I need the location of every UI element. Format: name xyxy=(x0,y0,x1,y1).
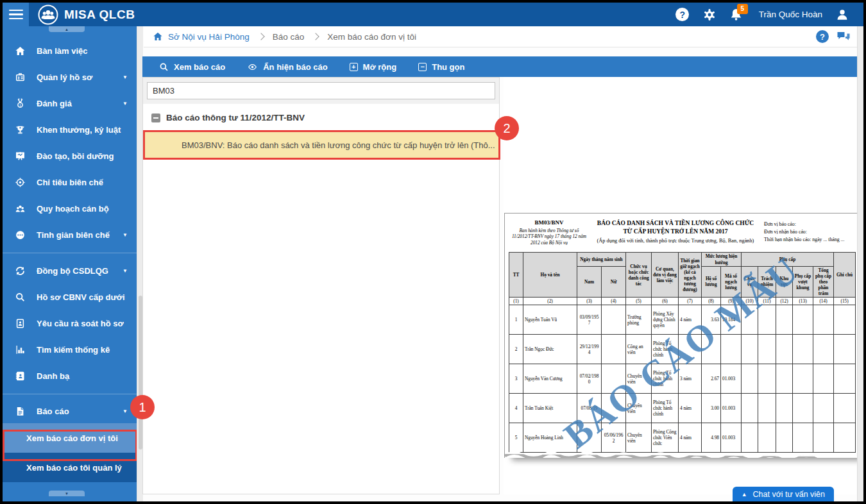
home-icon[interactable] xyxy=(153,31,163,42)
report-cell xyxy=(793,335,813,364)
app-logo[interactable]: MISA QLCB xyxy=(38,4,135,25)
report-cell xyxy=(776,364,793,394)
sidebar-item-xem-bao-cao-don-vi-toi[interactable]: Xem báo cáo đơn vị tôi xyxy=(3,423,137,453)
sidebar-item-dong-bo-csdlqg[interactable]: Đồng bộ CSDLQG ▼ xyxy=(3,258,137,284)
misa-logo-icon xyxy=(38,4,58,25)
report-cell: 4 xyxy=(509,394,523,423)
sidebar-item-xem-bao-cao-toi-quan-ly[interactable]: Xem báo cáo tôi quản lý xyxy=(3,453,137,482)
tree-group-node[interactable]: Báo cáo thông tư 11/2012/TT-BNV xyxy=(143,104,499,130)
report-cell: 01.003 xyxy=(721,423,742,453)
report-table: TT Họ và tên Ngày tháng năm sinh Chức vụ… xyxy=(509,252,856,453)
report-cell xyxy=(758,423,776,453)
sync-icon xyxy=(12,265,28,276)
sidebar-divider xyxy=(3,394,137,394)
breadcrumb-separator-icon xyxy=(257,33,264,40)
help-icon: ? xyxy=(675,8,689,21)
eye-icon xyxy=(247,62,258,72)
scroll-down-icon: ▼ xyxy=(65,492,69,496)
sidebar-scroll-down[interactable]: ▼ xyxy=(49,491,85,496)
toggle-report-visibility-button[interactable]: Ẩn hiện báo cáo xyxy=(238,56,336,77)
sidebar-item-bao-cao[interactable]: Báo cáo ▼ xyxy=(3,399,137,423)
sidebar-item-dao-tao-boi-duong[interactable]: Đào tạo, bồi dưỡng xyxy=(3,143,137,169)
report-cell xyxy=(834,423,856,453)
report-cell: Nguyễn Tuấn Vũ xyxy=(523,305,577,335)
report-cell xyxy=(602,335,626,364)
sidebar-item-yeu-cau-ra-soat[interactable]: Yêu cầu rà soát hồ sơ xyxy=(3,310,137,337)
report-col-number: (7) xyxy=(679,298,702,305)
report-cell xyxy=(834,305,856,335)
gear-icon xyxy=(702,8,717,22)
report-cell: Phòng Xây dựng Chính quyền xyxy=(652,305,679,335)
report-cell: 4 năm xyxy=(679,394,702,423)
view-report-button[interactable]: Xem báo cáo xyxy=(150,56,234,77)
report-cell: Công an viên xyxy=(626,335,652,364)
report-cell: Trưởng phòng xyxy=(626,305,652,335)
sidebar-scroll-up[interactable]: ▲ xyxy=(49,26,85,32)
report-cell xyxy=(742,335,758,364)
notification-badge: 5 xyxy=(737,4,748,14)
sidebar-item-danh-ba[interactable]: Danh bạ xyxy=(3,363,137,389)
tree-item-bm03-selected[interactable]: BM03/BNV: Báo cáo danh sách và tiền lươn… xyxy=(143,132,499,158)
report-cell: Chuyên viên xyxy=(626,423,652,453)
sidebar-item-ho-so-cbnv-cap-duoi[interactable]: Hồ sơ CBNV cấp dưới xyxy=(3,284,137,310)
sidebar-item-danh-gia[interactable]: 1 Đánh giá ▼ xyxy=(3,90,137,117)
collapse-all-button[interactable]: − Thu gọn xyxy=(409,56,473,77)
sidebar-item-khen-thuong-ky-luat[interactable]: Khen thưởng, kỷ luật xyxy=(3,117,137,143)
settings-button[interactable] xyxy=(699,5,720,24)
sidebar-item-tim-kiem-thong-ke[interactable]: Tìm kiếm thống kê xyxy=(3,337,137,363)
chat-bubbles-icon[interactable] xyxy=(836,31,851,42)
sidebar: ▲ Bàn làm việc Quản lý hồ sơ ▼ 1 Đánh xyxy=(3,26,137,501)
report-cell: Nguyễn Văn Cương xyxy=(523,364,577,394)
report-cell: 3 năm xyxy=(679,364,702,394)
sidebar-item-tinh-gian-bien-che[interactable]: Tinh giản biên chế ▼ xyxy=(3,222,137,248)
report-cell xyxy=(602,394,626,423)
app-title: MISA QLCB xyxy=(64,8,135,22)
report-col-number: (1) xyxy=(509,298,523,305)
report-cell: Phòng Tổ chức hành chính xyxy=(652,364,679,394)
hamburger-menu-button[interactable] xyxy=(3,3,29,26)
report-cell xyxy=(742,305,758,335)
chat-with-consultant-button[interactable]: ▲ Chat với tư vấn viên xyxy=(733,487,834,501)
report-col-number: (12) xyxy=(776,298,793,305)
user-menu-button[interactable] xyxy=(831,5,853,24)
report-cell xyxy=(679,335,702,364)
expand-all-button[interactable]: + Mở rộng xyxy=(341,56,406,77)
sidebar-item-ban-lam-viec[interactable]: Bàn làm việc xyxy=(3,38,137,64)
sidebar-item-quy-hoach-can-bo[interactable]: Quy hoạch cán bộ xyxy=(3,196,137,222)
report-cell xyxy=(776,305,793,335)
sidebar-item-chi-tieu-bien-che[interactable]: Chỉ tiêu biên chế xyxy=(3,169,137,196)
svg-text:1: 1 xyxy=(19,103,21,107)
report-col-number: (8) xyxy=(702,298,721,305)
report-cell: 2 xyxy=(509,335,523,364)
report-cell: 2.67 xyxy=(702,364,721,394)
user-name: Trần Quốc Hoàn xyxy=(759,10,822,19)
report-cell: Chuyên viên xyxy=(626,364,652,394)
sidebar-item-quan-ly-ho-so[interactable]: Quản lý hồ sơ ▼ xyxy=(3,64,137,90)
breadcrumb-bao-cao[interactable]: Báo cáo xyxy=(273,32,305,42)
report-cell: 05/06/1962 xyxy=(602,423,626,453)
report-cell: 3.00 xyxy=(702,394,721,423)
report-cell xyxy=(776,423,793,453)
page-scrollbar[interactable] xyxy=(857,26,863,501)
report-cell: 29/12/1994 xyxy=(577,335,602,364)
breadcrumb-current: Xem báo cáo đơn vị tôi xyxy=(327,32,416,42)
breadcrumb-root[interactable]: Sở Nội vụ Hải Phòng xyxy=(168,32,250,42)
report-cell: 1 xyxy=(509,305,523,335)
address-book-icon xyxy=(12,371,28,382)
report-cell: 07/02/1980 xyxy=(577,364,602,394)
report-cell xyxy=(813,305,834,335)
report-title-line1: BÁO CÁO DANH SÁCH VÀ TIỀN LƯƠNG CÔNG CHỨ… xyxy=(597,220,754,226)
screen: MISA QLCB ? xyxy=(0,0,866,504)
report-document-icon xyxy=(12,406,28,417)
page-help-button[interactable]: ? xyxy=(816,30,829,43)
help-button[interactable]: ? xyxy=(672,5,693,24)
report-row: 5Nguyễn Hoàng Linh05/06/1962Chuyên viênP… xyxy=(509,423,856,453)
people-group-icon xyxy=(12,203,28,214)
notifications-button[interactable]: 5 xyxy=(726,5,747,24)
report-search-input[interactable] xyxy=(147,82,495,99)
plus-square-icon: + xyxy=(350,63,358,71)
report-meta-line: Thời hạn nhận báo cáo: ngày ... tháng ..… xyxy=(764,236,853,244)
collapse-icon[interactable] xyxy=(151,113,160,122)
user-icon xyxy=(835,8,849,22)
report-cell: 5 xyxy=(509,423,523,453)
